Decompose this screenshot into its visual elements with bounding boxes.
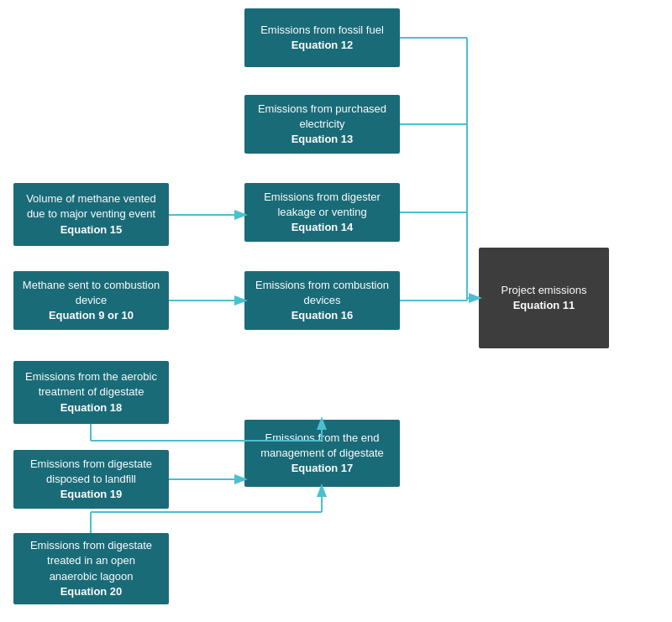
box-combustion-devices: Emissions from combustion devices Equati… xyxy=(244,271,400,330)
diagram: Emissions from fossil fuel Equation 12 E… xyxy=(0,0,672,622)
box-digester-leakage: Emissions from digester leakage or venti… xyxy=(244,183,400,242)
box-purchased-electricity: Emissions from purchased electricity Equ… xyxy=(244,95,400,154)
box-methane-combustion: Methane sent to combustion device Equati… xyxy=(13,271,169,330)
box-aerobic-treatment: Emissions from the aerobic treatment of … xyxy=(13,361,169,424)
box-project-emissions: Project emissions Equation 11 xyxy=(479,248,609,348)
box-digestate-landfill: Emissions from digestate disposed to lan… xyxy=(13,450,169,509)
box-fossil-fuel: Emissions from fossil fuel Equation 12 xyxy=(244,8,400,67)
box-methane-vented: Volume of methane vented due to major ve… xyxy=(13,183,169,246)
box-digestate-lagoon: Emissions from digestate treated in an o… xyxy=(13,533,169,604)
box-end-management: Emissions from the end management of dig… xyxy=(244,420,400,487)
